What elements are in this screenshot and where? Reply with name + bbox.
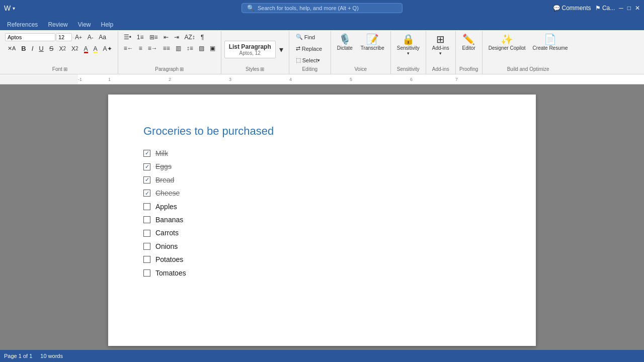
checkbox-milk[interactable]: ✓	[143, 150, 150, 157]
column-button[interactable]: ▥	[173, 43, 184, 53]
page-info: Page 1 of 1	[4, 353, 32, 359]
close-button[interactable]: ✕	[635, 5, 640, 12]
styles-controls: List Paragraph Aptos, 12 ▾	[224, 32, 286, 66]
decrease-indent-button[interactable]: ⇤	[161, 32, 171, 42]
change-case-button[interactable]: Aa	[96, 32, 109, 42]
list-item[interactable]: ✓Bread	[143, 174, 501, 186]
font-grow-button[interactable]: A+	[72, 32, 85, 42]
list-item[interactable]: Apples	[143, 201, 501, 212]
superscript-button[interactable]: X2	[69, 44, 81, 54]
document-page: Groceries to be purchased ✓Milk✓Eggs✓Bre…	[108, 95, 536, 346]
font-row1: Aptos 12 A+ A- Aa	[5, 32, 115, 42]
item-label: Potatoes	[155, 254, 183, 265]
voice-controls: 🎙️ Dictate 📝 Transcribe	[334, 32, 387, 66]
replace-button[interactable]: ⇄ Replace	[292, 44, 328, 53]
build-group-label: Build and Optimize	[507, 66, 549, 73]
list-item[interactable]: Bananas	[143, 214, 501, 225]
item-label: Bananas	[155, 214, 183, 225]
text-effects-button[interactable]: A✦	[101, 44, 115, 54]
align-right-button[interactable]: ≡→	[145, 43, 160, 53]
list-item[interactable]: Carrots	[143, 227, 501, 238]
editor-button[interactable]: ✏️ Editor	[459, 32, 479, 53]
create-resume-button[interactable]: 📄 Create Resume	[530, 32, 571, 53]
maximize-button[interactable]: □	[627, 5, 631, 12]
styles-selector[interactable]: List Paragraph Aptos, 12	[224, 41, 276, 58]
checkbox-eggs[interactable]: ✓	[143, 163, 150, 170]
title-bar-chevron[interactable]: ▾	[13, 6, 15, 11]
multilevel-list-button[interactable]: ⊞≡	[147, 32, 160, 42]
designer-copilot-button[interactable]: ✨ Designer Copilot	[486, 32, 529, 53]
tab-review[interactable]: Review	[43, 19, 72, 30]
font-color-button[interactable]: A	[82, 44, 91, 54]
styles-dropdown-button[interactable]: ▾	[277, 43, 286, 56]
font-size-selector[interactable]: 12	[56, 33, 72, 41]
sensitivity-button[interactable]: 🔒 Sensitivity ▾	[394, 32, 423, 58]
bullets-button[interactable]: ☰•	[121, 32, 134, 42]
transcribe-button[interactable]: 📝 Transcribe	[358, 32, 387, 53]
list-item[interactable]: Tomatoes	[143, 267, 501, 279]
checkbox-potatoes[interactable]	[143, 256, 150, 263]
italic-button[interactable]: I	[29, 43, 36, 54]
checkbox-bananas[interactable]	[143, 216, 150, 223]
align-center-button[interactable]: ≡	[136, 43, 145, 53]
underline-button[interactable]: U	[36, 43, 46, 54]
styles-group-label: Styles ⊞	[246, 66, 264, 73]
justify-button[interactable]: ≡≡	[160, 43, 173, 53]
comments-button[interactable]: 💬 Comments	[553, 5, 591, 12]
checkbox-tomatoes[interactable]	[143, 269, 150, 277]
create-resume-icon: 📄	[544, 34, 556, 44]
bold-button[interactable]: B	[19, 43, 28, 54]
find-button[interactable]: 🔍 Find	[292, 32, 328, 42]
editor-icon: ✏️	[462, 34, 475, 44]
paragraph-group-label: Paragraph ⊞	[155, 66, 184, 73]
line-spacing-button[interactable]: ↕≡	[184, 43, 196, 53]
shading-button[interactable]: ▨	[196, 43, 207, 53]
minimize-button[interactable]: ─	[619, 5, 623, 12]
border-button[interactable]: ▣	[207, 43, 218, 53]
increase-indent-button[interactable]: ⇥	[172, 32, 182, 42]
list-item[interactable]: ✓Milk	[143, 148, 501, 159]
title-bar: W ▾ 🔍 Search for tools, help, and more (…	[0, 0, 644, 16]
checkbox-carrots[interactable]	[143, 230, 150, 237]
align-left-button[interactable]: ≡←	[121, 43, 136, 53]
ruler-track: -1 1 2 3 4 5 6 7	[78, 74, 644, 84]
checkbox-apples[interactable]	[143, 203, 150, 210]
addins-button[interactable]: ⊞ Add-ins ▾	[429, 32, 452, 58]
list-item[interactable]: Onions	[143, 241, 501, 252]
app-logo: W	[4, 4, 11, 12]
paragraph-group-expand-icon[interactable]: ⊞	[180, 66, 184, 72]
item-label: Onions	[155, 241, 178, 252]
font-shrink-button[interactable]: A-	[85, 32, 96, 42]
numbering-button[interactable]: 1≡	[134, 32, 146, 42]
clear-formatting-button[interactable]: ✕A	[5, 44, 18, 53]
list-item[interactable]: ✓Eggs	[143, 161, 501, 172]
highlight-button[interactable]: A	[91, 44, 100, 54]
select-button[interactable]: ⬚ Select ▾	[292, 55, 328, 65]
tab-references[interactable]: References	[2, 19, 43, 30]
tab-help[interactable]: Help	[96, 19, 119, 30]
checkbox-onions[interactable]	[143, 243, 150, 250]
tab-view[interactable]: View	[73, 19, 96, 30]
list-item[interactable]: Potatoes	[143, 254, 501, 265]
font-group-label: Font ⊞	[52, 66, 67, 73]
title-bar-right: 💬 Comments ⚑ Ca... ─ □ ✕	[553, 5, 640, 12]
share-button[interactable]: ⚑ Ca...	[595, 5, 615, 12]
strikethrough-button[interactable]: S	[47, 43, 56, 54]
title-bar-search[interactable]: 🔍 Search for tools, help, and more (Alt …	[242, 3, 403, 13]
list-item[interactable]: ✓Cheese	[143, 188, 501, 199]
show-hide-button[interactable]: ¶	[198, 32, 206, 42]
sort-button[interactable]: AZ↕	[182, 32, 198, 42]
dictate-button[interactable]: 🎙️ Dictate	[334, 32, 356, 53]
ribbon-group-editing: 🔍 Find ⇄ Replace ⬚ Select ▾ Editing	[289, 31, 331, 74]
subscript-button[interactable]: X2	[56, 44, 68, 54]
font-group-expand-icon[interactable]: ⊞	[63, 66, 67, 72]
document-title: Groceries to be purchased	[143, 125, 501, 138]
word-count: 10 words	[40, 353, 63, 359]
item-label: Apples	[155, 201, 177, 212]
ruler: -1 1 2 3 4 5 6 7	[0, 74, 644, 84]
font-name-selector[interactable]: Aptos	[5, 33, 55, 41]
checkbox-bread[interactable]: ✓	[143, 176, 150, 184]
checkbox-cheese[interactable]: ✓	[143, 190, 150, 197]
select-icon: ⬚	[296, 57, 301, 63]
styles-group-expand-icon[interactable]: ⊞	[260, 66, 264, 72]
